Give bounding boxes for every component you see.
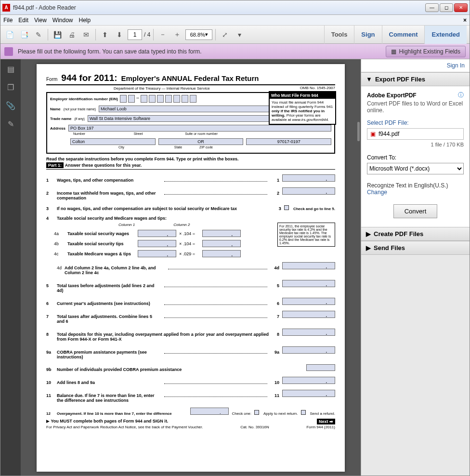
recognize-text-label: Recognize Text in English(U.S.) (367, 182, 464, 189)
line9b-count[interactable] (306, 364, 335, 371)
menu-help[interactable]: Help (79, 17, 91, 24)
line9a-amount[interactable] (282, 346, 335, 354)
right-panel: Sign In ▼Export PDF Files Adobe ExportPD… (361, 59, 470, 476)
line-7: 7Total taxes after adjustments. Combine … (46, 311, 335, 324)
line-10: 10Add lines 8 and 9a10 (46, 377, 335, 385)
zip-field[interactable]: 97017-0197 (246, 138, 331, 145)
change-link[interactable]: Change (367, 189, 464, 196)
menu-window[interactable]: Window (52, 17, 73, 24)
line8-amount[interactable] (282, 329, 335, 336)
menubar-close-icon[interactable]: × (463, 17, 467, 24)
send-header-label: Send Files (374, 244, 405, 251)
edit-icon[interactable]: ✎ (32, 28, 45, 41)
line4c-col1[interactable] (138, 250, 176, 257)
adobe-reader-icon: A (2, 4, 10, 12)
line3-checkbox[interactable] (284, 205, 289, 210)
export-pdf-icon[interactable]: 📄 (3, 28, 16, 41)
window-titlebar: A f944.pdf - Adobe Reader — ◻ ✕ (0, 0, 470, 15)
city-field[interactable]: Colton (70, 138, 156, 145)
send-refund-checkbox[interactable] (301, 410, 306, 415)
ein-label: Employer identification number (EIN) (50, 97, 118, 101)
address-label: Address (50, 126, 65, 131)
tab-tools[interactable]: Tools (324, 26, 354, 44)
who-body-1: You must file annual Form 944 instead of… (272, 100, 333, 109)
line4c-col2[interactable] (202, 250, 241, 257)
create-pdf-icon[interactable]: 📑 (18, 28, 30, 41)
tab-sign[interactable]: Sign (354, 26, 381, 44)
create-header-label: Create PDF Files (374, 230, 423, 238)
line-9b: 9bNumber of individuals provided COBRA p… (46, 364, 335, 372)
tab-comment[interactable]: Comment (382, 26, 425, 44)
highlight-fields-button[interactable]: ▦ Highlight Existing Fields (386, 46, 466, 57)
signatures-icon[interactable]: ✎ (6, 119, 15, 129)
zoom-out-icon[interactable]: － (157, 28, 169, 41)
street-field[interactable]: PO Box 197 (68, 125, 331, 132)
line4b-col2[interactable] (202, 240, 241, 247)
pages-icon[interactable]: ❐ (6, 82, 15, 92)
zoom-in-icon[interactable]: ＋ (171, 28, 183, 41)
line2-amount[interactable] (282, 187, 335, 195)
document-viewport[interactable]: Form 944 for 2011: Employer's ANNUAL Fed… (21, 59, 361, 476)
email-icon[interactable]: ✉ (80, 28, 92, 41)
highlight-label: Highlight Existing Fields (399, 48, 460, 55)
close-button[interactable]: ✕ (454, 3, 468, 12)
ein-field[interactable]: – (120, 95, 196, 103)
line4a-col1[interactable] (138, 230, 176, 237)
window-title: f944.pdf - Adobe Reader (13, 4, 424, 11)
attachments-icon[interactable]: 📎 (6, 101, 15, 110)
line12-amount[interactable] (190, 408, 229, 415)
line11-amount[interactable] (282, 390, 335, 397)
left-sidebar: ▤ ❐ 📎 ✎ (0, 59, 21, 476)
privacy-notice: For Privacy Act and Paperwork Reduction … (46, 425, 203, 429)
convert-format-select[interactable]: Microsoft Word (*.docx) (367, 163, 464, 174)
name-label: Name (50, 107, 61, 111)
read-mode-dropdown-icon[interactable]: ▾ (233, 28, 246, 41)
line-12: 12Overpayment. If line 10 is more than l… (46, 408, 335, 416)
line4a-col2[interactable] (202, 230, 241, 237)
state-field[interactable]: OR (158, 138, 244, 145)
line5-amount[interactable] (282, 280, 335, 287)
export-pdf-accordion[interactable]: ▼Export PDF Files (361, 72, 470, 86)
tab-extended[interactable]: Extended (424, 26, 467, 44)
menu-view[interactable]: View (34, 17, 47, 24)
fit-icon[interactable]: ⤢ (219, 28, 231, 41)
send-files-accordion[interactable]: ▶Send Files (361, 241, 470, 255)
line4b-col1[interactable] (138, 240, 176, 247)
sign-in-link[interactable]: Sign In (361, 59, 470, 72)
scrollbar-thumb[interactable] (357, 122, 360, 141)
convert-to-label: Convert To: (367, 154, 464, 161)
trade-label: Trade name (50, 117, 71, 121)
menu-edit[interactable]: Edit (18, 17, 28, 24)
addr-street-label: Street (102, 132, 174, 135)
line-2: 2Income tax withheld from wages, tips, a… (46, 187, 335, 200)
page-number-input[interactable] (128, 29, 142, 40)
save-icon[interactable]: 💾 (51, 28, 64, 41)
print-icon[interactable]: 🖨 (65, 28, 78, 41)
maximize-button[interactable]: ◻ (440, 3, 453, 12)
line7-amount[interactable] (282, 311, 335, 318)
page-down-icon[interactable]: ⬇ (113, 28, 126, 41)
line10-amount[interactable] (282, 377, 335, 384)
addr-city-label: City (73, 145, 170, 149)
thumbnails-icon[interactable]: ▤ (6, 64, 15, 74)
line1-amount[interactable] (282, 174, 335, 182)
line6-amount[interactable] (282, 298, 335, 305)
export-header-label: Export PDF Files (375, 76, 425, 83)
line-1: 1Wages, tips, and other compensation1 (46, 174, 335, 183)
create-pdf-accordion[interactable]: ▶Create PDF Files (361, 227, 470, 241)
toolbar-separator (95, 29, 96, 40)
main-area: ▤ ❐ 📎 ✎ Form 944 for 2011: Employer's AN… (0, 59, 470, 476)
minimize-button[interactable]: — (425, 3, 439, 12)
chevron-right-icon: ▶ (366, 244, 371, 251)
page-up-icon[interactable]: ⬆ (99, 28, 111, 41)
tax-rate-note: For 2011, the employee social security t… (277, 223, 335, 247)
apply-next-checkbox[interactable] (254, 410, 259, 415)
convert-button[interactable]: Convert (393, 204, 438, 218)
help-icon[interactable]: ⓘ (458, 91, 464, 99)
menu-file[interactable]: File (3, 17, 13, 24)
toolbar: 📄 📑 ✎ 💾 🖨 ✉ ⬆ ⬇ / 4 － ＋ 68.8% ▾ ⤢ ▾ Tool… (0, 26, 470, 44)
zoom-level-field[interactable]: 68.8% ▾ (185, 29, 212, 40)
selected-file-box[interactable]: ▣ f944.pdf (367, 128, 464, 140)
line4d-amount[interactable] (282, 262, 335, 269)
line-4d: 4dAdd Column 2 line 4a, Column 2 line 4b… (46, 262, 335, 275)
